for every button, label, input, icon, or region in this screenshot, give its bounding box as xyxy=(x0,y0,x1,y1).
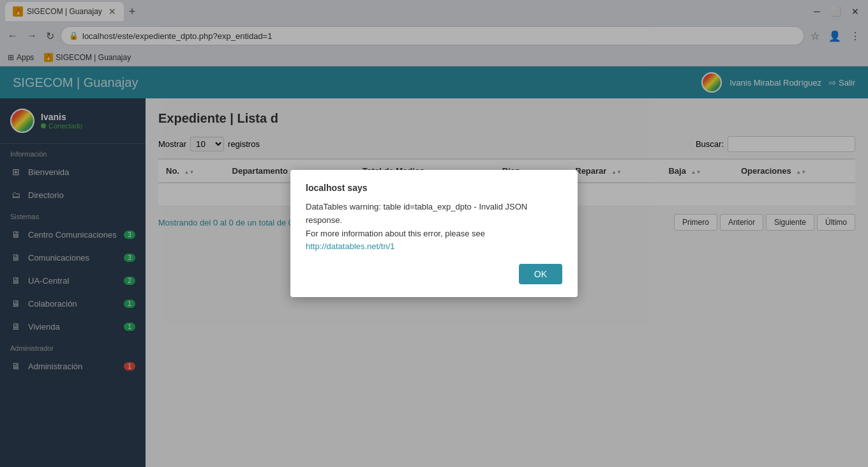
modal-title: localhost says xyxy=(306,183,562,193)
modal-link[interactable]: http://datatables.net/tn/1 xyxy=(306,241,395,251)
modal-ok-button[interactable]: OK xyxy=(519,264,562,284)
modal-dialog: localhost says DataTables warning: table… xyxy=(290,170,578,297)
modal-body: DataTables warning: table id=tabla_exp_d… xyxy=(306,201,562,254)
modal-body-line1: DataTables warning: table id=tabla_exp_d… xyxy=(306,202,527,225)
modal-body-line2-prefix: For more information about this error, p… xyxy=(306,229,485,238)
modal-footer: OK xyxy=(306,264,562,284)
modal-overlay: localhost says DataTables warning: table… xyxy=(0,0,868,467)
